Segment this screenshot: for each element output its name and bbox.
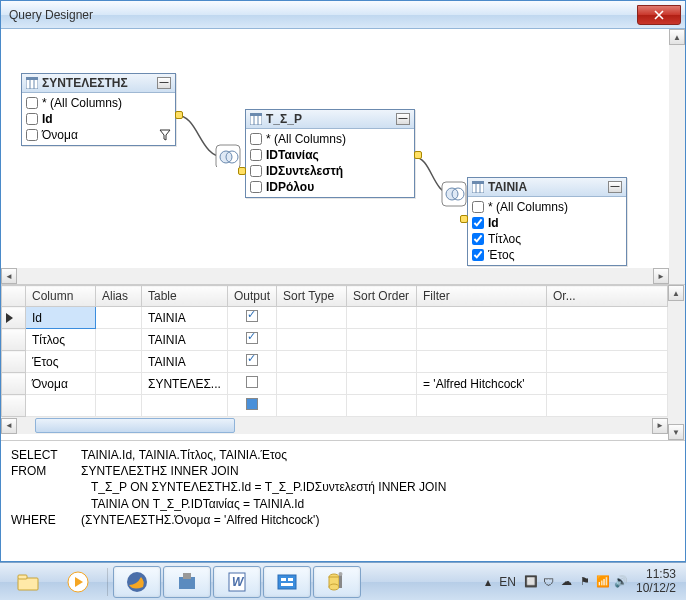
cell-filter[interactable]	[417, 329, 547, 351]
cell-column[interactable]: Id	[26, 307, 96, 329]
cell-column[interactable]: Όνομα	[26, 373, 96, 395]
cell-output[interactable]	[228, 373, 277, 395]
column-row[interactable]: * (All Columns)	[470, 199, 624, 215]
table-header[interactable]: ΤΑΙΝΙΑ —	[468, 178, 626, 197]
cell-sortorder[interactable]	[347, 395, 417, 417]
column-checkbox[interactable]	[472, 233, 484, 245]
taskbar-sql-button[interactable]	[313, 566, 361, 598]
cell-or[interactable]	[547, 351, 668, 373]
cell-alias[interactable]	[96, 373, 142, 395]
column-row[interactable]: * (All Columns)	[248, 131, 412, 147]
column-checkbox[interactable]	[250, 149, 262, 161]
grid-row[interactable]: ΈτοςΤΑΙΝΙΑ	[2, 351, 668, 373]
join-endpoint[interactable]	[414, 151, 422, 159]
taskbar-firefox-button[interactable]	[113, 566, 161, 598]
minimize-button[interactable]: —	[157, 77, 171, 89]
cell-column[interactable]: Τίτλος	[26, 329, 96, 351]
row-header[interactable]	[2, 329, 26, 351]
table-box-tsp[interactable]: Τ_Σ_Ρ — * (All Columns) IDΤαινίας IDΣυντ…	[245, 109, 415, 198]
col-header-output[interactable]: Output	[228, 286, 277, 307]
scroll-left-button[interactable]: ◄	[1, 268, 17, 284]
cell-sorttype[interactable]	[277, 351, 347, 373]
column-checkbox[interactable]	[26, 129, 38, 141]
diagram-h-scrollbar[interactable]: ◄ ►	[1, 268, 669, 284]
column-checkbox[interactable]	[472, 249, 484, 261]
cell-alias[interactable]	[96, 351, 142, 373]
cell-filter[interactable]	[417, 351, 547, 373]
grid-row[interactable]: ΌνομαΣΥΝΤΕΛΕΣ...= 'Alfred Hitchcock'	[2, 373, 668, 395]
join-endpoint[interactable]	[460, 215, 468, 223]
tray-shield-icon[interactable]: 🛡	[542, 575, 556, 589]
cell-table[interactable]: ΤΑΙΝΙΑ	[142, 329, 228, 351]
row-header[interactable]	[2, 395, 26, 417]
grid-h-scrollbar[interactable]: ◄ ►	[1, 417, 668, 434]
output-checkbox[interactable]	[246, 310, 258, 322]
taskbar-explorer-button[interactable]	[4, 566, 52, 598]
column-row[interactable]: * (All Columns)	[24, 95, 173, 111]
grid-row[interactable]: IdΤΑΙΝΙΑ	[2, 307, 668, 329]
output-checkbox[interactable]	[246, 332, 258, 344]
row-header[interactable]	[2, 307, 26, 329]
scroll-up-button[interactable]: ▲	[668, 285, 684, 301]
table-header[interactable]: ΣΥΝΤΕΛΕΣΤΗΣ —	[22, 74, 175, 93]
system-tray[interactable]: ▴ EN 🔲 🛡 ☁ ⚑ 📶 🔊 11:53 10/12/2	[485, 568, 682, 594]
table-box-tainia[interactable]: ΤΑΙΝΙΑ — * (All Columns) Id Τίτλος Έτος	[467, 177, 627, 266]
column-row[interactable]: Id	[470, 215, 624, 231]
tray-volume-icon[interactable]: 🔊	[614, 575, 628, 589]
minimize-button[interactable]: —	[396, 113, 410, 125]
column-checkbox[interactable]	[250, 165, 262, 177]
column-row[interactable]: Id	[24, 111, 173, 127]
criteria-grid[interactable]: Column Alias Table Output Sort Type Sort…	[1, 285, 668, 417]
cell-table[interactable]: ΤΑΙΝΙΑ	[142, 351, 228, 373]
row-header[interactable]	[2, 351, 26, 373]
cell-or[interactable]	[547, 329, 668, 351]
column-row[interactable]: IDΡόλου	[248, 179, 412, 195]
cell-sortorder[interactable]	[347, 351, 417, 373]
scroll-right-button[interactable]: ►	[652, 418, 668, 434]
col-header-table[interactable]: Table	[142, 286, 228, 307]
cell-sorttype[interactable]	[277, 329, 347, 351]
column-row[interactable]: Τίτλος	[470, 231, 624, 247]
diagram-pane[interactable]: ΣΥΝΤΕΛΕΣΤΗΣ — * (All Columns) Id Όνομα Τ…	[1, 29, 685, 285]
join-endpoint[interactable]	[175, 111, 183, 119]
grid-v-scrollbar[interactable]: ▲ ▼	[668, 285, 685, 440]
scroll-left-button[interactable]: ◄	[1, 418, 17, 434]
col-header-sorttype[interactable]: Sort Type	[277, 286, 347, 307]
scroll-up-button[interactable]: ▲	[669, 29, 685, 45]
cell-sortorder[interactable]	[347, 329, 417, 351]
table-header[interactable]: Τ_Σ_Ρ —	[246, 110, 414, 129]
column-checkbox[interactable]	[472, 201, 484, 213]
diagram-v-scrollbar[interactable]: ▲ ▼	[669, 29, 685, 284]
taskbar-app1-button[interactable]	[163, 566, 211, 598]
sql-pane[interactable]: SELECTΤΑΙΝΙΑ.Id, ΤΑΙΝΙΑ.Τίτλος, ΤΑΙΝΙΑ.Έ…	[1, 441, 685, 561]
scroll-right-button[interactable]: ►	[653, 268, 669, 284]
scroll-down-button[interactable]: ▼	[668, 424, 684, 440]
cell-output[interactable]	[228, 351, 277, 373]
cell-sorttype[interactable]	[277, 373, 347, 395]
col-header-column[interactable]: Column	[26, 286, 96, 307]
cell-table[interactable]	[142, 395, 228, 417]
output-checkbox[interactable]	[246, 376, 258, 388]
tray-action-center-icon[interactable]: 🔲	[524, 575, 538, 589]
titlebar[interactable]: Query Designer	[1, 1, 685, 29]
cell-column[interactable]	[26, 395, 96, 417]
cell-output[interactable]	[228, 307, 277, 329]
column-row[interactable]: IDΣυντελεστή	[248, 163, 412, 179]
scrollbar-thumb[interactable]	[35, 418, 235, 433]
taskbar-app2-button[interactable]	[263, 566, 311, 598]
col-header-alias[interactable]: Alias	[96, 286, 142, 307]
close-button[interactable]	[637, 5, 681, 25]
taskbar[interactable]: W ▴ EN 🔲 🛡 ☁ ⚑ 📶 🔊 11:53 10/12/2	[0, 562, 686, 600]
row-header[interactable]	[2, 373, 26, 395]
column-checkbox[interactable]	[26, 97, 38, 109]
table-box-syntelestis[interactable]: ΣΥΝΤΕΛΕΣΤΗΣ — * (All Columns) Id Όνομα	[21, 73, 176, 146]
col-header-sortorder[interactable]: Sort Order	[347, 286, 417, 307]
cell-or[interactable]	[547, 307, 668, 329]
cell-filter[interactable]	[417, 395, 547, 417]
cell-sortorder[interactable]	[347, 373, 417, 395]
column-checkbox[interactable]	[26, 113, 38, 125]
column-row[interactable]: Όνομα	[24, 127, 173, 143]
cell-or[interactable]	[547, 373, 668, 395]
join-endpoint[interactable]	[238, 167, 246, 175]
cell-output[interactable]	[228, 395, 277, 417]
